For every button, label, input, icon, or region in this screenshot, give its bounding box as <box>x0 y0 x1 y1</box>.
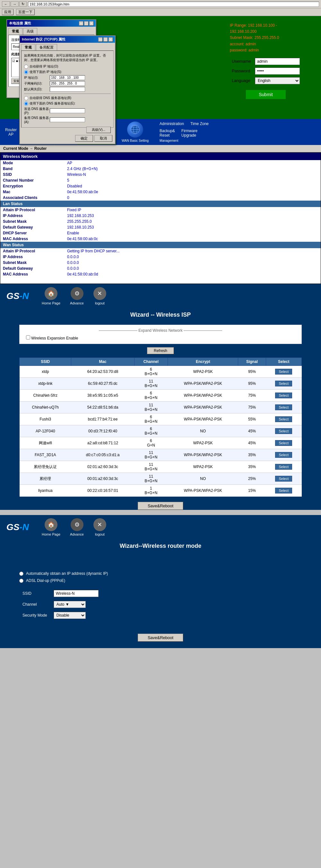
save-reboot-button2[interactable]: Save&Reboot <box>138 633 183 642</box>
primary-dns-field[interactable] <box>50 108 85 113</box>
current-mode: Current Mode → Router <box>0 145 321 152</box>
ssid-form-input[interactable] <box>54 590 99 597</box>
auto-dns-radio[interactable] <box>24 96 28 100</box>
select-button[interactable]: Select <box>275 381 292 386</box>
dialog-tcp-title: Internet 协议 (TCP/IP) 属性 <box>22 37 66 42</box>
net-select[interactable]: Select <box>266 425 301 437</box>
auto-wan-radio[interactable] <box>19 571 24 576</box>
manual-ip-radio[interactable] <box>24 70 28 74</box>
net-select[interactable]: Select <box>266 366 301 378</box>
channel-form-select[interactable]: Auto ▼ 1 6 11 <box>54 601 86 608</box>
advance-label2: Advance <box>70 532 84 536</box>
net-encrypt: WPA2-PSK <box>168 461 238 473</box>
subnet-field[interactable] <box>50 81 85 86</box>
nav-router[interactable]: Router AP <box>0 119 22 145</box>
nav-backup-label[interactable]: Backup&Reset <box>159 129 175 137</box>
nav-advance-item[interactable]: ⚙ Advance <box>70 287 84 305</box>
dialog-tcp-close[interactable]: × <box>108 37 113 42</box>
select-button[interactable]: Select <box>275 393 292 398</box>
tcp-tab2[interactable]: 备用配置 <box>36 44 57 51</box>
dialog-tcp-restore[interactable]: □ <box>103 37 108 42</box>
net-select[interactable]: Select <box>266 390 301 402</box>
expand-checkbox-label[interactable]: Wireless Expansion Enable <box>26 336 78 340</box>
status-section: Wireless Network Mode AP Band 2.4 GHz (B… <box>0 152 321 284</box>
password-input[interactable] <box>255 67 300 74</box>
select-button[interactable]: Select <box>275 440 292 446</box>
language-select[interactable]: English Chinese <box>255 77 300 84</box>
ip-field[interactable] <box>50 75 85 80</box>
net-select[interactable]: Select <box>266 485 301 497</box>
ip-field-label: IP 地址(I): <box>24 75 50 80</box>
net-signal: 15% <box>238 485 266 497</box>
url-bar[interactable] <box>28 2 319 7</box>
ssid-label: SSID <box>0 172 65 178</box>
mode-row: Mode AP <box>0 160 321 166</box>
refresh-button[interactable]: Refresh <box>147 347 174 354</box>
save-reboot-button1[interactable]: Save&Reboot <box>138 502 183 510</box>
dialog-local-tab2[interactable]: 高级 <box>23 28 37 35</box>
net-select[interactable]: Select <box>266 449 301 461</box>
section3-header: GS-N 🏠 Home Page ⚙ Advance ✕ logout <box>0 515 321 539</box>
tcp-tab1[interactable]: 常规 <box>21 44 35 51</box>
nav-timezone-label[interactable]: Time Zone <box>190 122 209 126</box>
nav-home-item2[interactable]: 🏠 Home Page <box>42 518 60 536</box>
back-button[interactable]: ← <box>2 1 10 7</box>
net-select[interactable]: Select <box>266 402 301 413</box>
wan-ip-protocol-value: Getting IP from DHCP server... <box>65 248 321 254</box>
tcp-ok-button[interactable]: 确定 <box>75 135 93 142</box>
dialog-tcp: Internet 协议 (TCP/IP) 属性 — □ × 常规 备用配置 如果… <box>19 35 115 144</box>
nav-home-item[interactable]: 🏠 Home Page <box>42 287 60 305</box>
net-channel: 6 B+G+N <box>134 425 168 437</box>
net-select[interactable]: Select <box>266 378 301 390</box>
alt-dns-field[interactable] <box>50 117 85 122</box>
net-select[interactable]: Select <box>266 461 301 473</box>
mode-value: AP <box>65 160 321 166</box>
net-ssid: AP-12F040 <box>20 425 71 437</box>
account-info: account: admin <box>230 41 302 47</box>
select-button[interactable]: Select <box>275 476 292 482</box>
dialog-local-close[interactable]: × <box>89 21 94 26</box>
net-mac: a2:a8:cd:b8:71:12 <box>71 437 134 449</box>
auto-ip-radio[interactable] <box>24 65 28 69</box>
nav-admin-label[interactable]: Administration <box>159 122 184 126</box>
save-reboot-row1: Save&Reboot <box>0 502 321 510</box>
select-button[interactable]: Select <box>275 488 292 494</box>
expand-checkbox[interactable] <box>26 335 30 340</box>
dialog-local-minimize[interactable]: — <box>79 21 83 26</box>
select-button[interactable]: Select <box>275 452 292 458</box>
apps-button[interactable]: 应用 <box>2 9 13 15</box>
adsl-wan-radio[interactable] <box>19 579 24 583</box>
advanced-button[interactable]: 高级(V)... <box>86 127 111 133</box>
gateway-field[interactable] <box>50 87 85 92</box>
tcp-cancel-button[interactable]: 取消 <box>94 135 112 142</box>
submit-button[interactable]: Submit <box>246 90 286 99</box>
select-button[interactable]: Select <box>275 369 292 374</box>
security-form-select[interactable]: Disable WEP WPA-PSK WPA2-PSK <box>54 612 86 619</box>
nav-logout-item2[interactable]: ✕ logout <box>94 518 106 536</box>
select-button[interactable]: Select <box>275 416 292 422</box>
net-select[interactable]: Select <box>266 413 301 425</box>
nav-wan-icon[interactable]: WAN Basic Setting <box>116 119 154 145</box>
forward-button[interactable]: → <box>10 1 19 7</box>
dialog-local-restore[interactable]: □ <box>84 21 88 26</box>
select-button[interactable]: Select <box>275 464 292 470</box>
refresh-button[interactable]: ↻ <box>19 1 27 7</box>
nav-advance-item2[interactable]: ⚙ Advance <box>70 518 84 536</box>
nav-logout-item[interactable]: ✕ logout <box>94 287 106 305</box>
net-encrypt: WPA-PSK/WPA2-PSK <box>168 390 238 402</box>
manual-dns-radio[interactable] <box>24 101 28 106</box>
nav-firmware-label[interactable]: FirmwareUpgrade <box>181 129 198 137</box>
net-select[interactable]: Select <box>266 437 301 449</box>
select-button[interactable]: Select <box>275 404 292 410</box>
username-input[interactable] <box>255 58 300 65</box>
select-button[interactable]: Select <box>275 428 292 434</box>
baidu-button[interactable]: 百度一下 <box>16 9 35 15</box>
lan-mac-label: MAC Address <box>0 236 65 242</box>
dialog-local-title: 本地连接 属性 <box>9 21 31 26</box>
net-select[interactable]: Select <box>266 473 301 485</box>
net-signal: 95% <box>238 366 266 378</box>
nav-management-label[interactable]: Management <box>159 139 209 143</box>
dialog-local-tab1[interactable]: 常规 <box>8 28 23 35</box>
dialog-tcp-minimize[interactable]: — <box>98 37 103 42</box>
net-channel: 6 G+N <box>134 437 168 449</box>
